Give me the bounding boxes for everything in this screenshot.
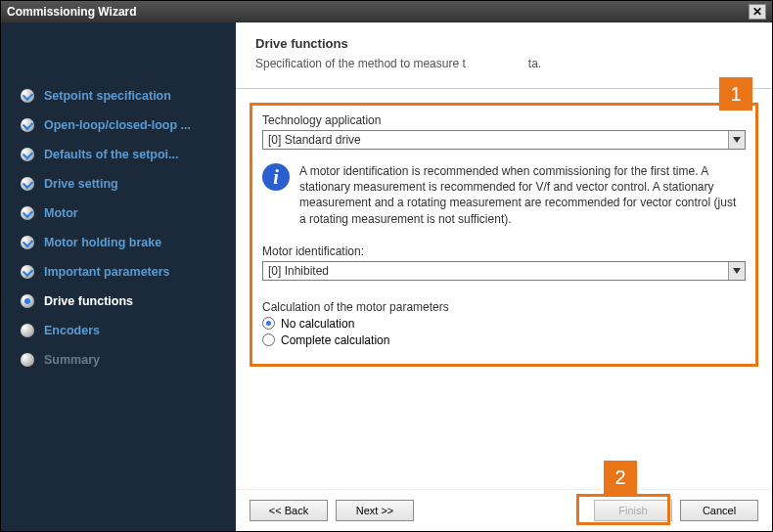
tech-app-value: [0] Standard drive <box>263 133 728 147</box>
content-area: Technology application [0] Standard driv… <box>236 89 772 489</box>
check-icon <box>21 265 34 279</box>
button-bar: << Back Next >> Finish Cancel <box>236 489 772 531</box>
wizard-window: Commissioning Wizard ✕ Setpoint specific… <box>0 0 773 532</box>
tech-app-select[interactable]: [0] Standard drive <box>262 130 746 150</box>
sidebar-item-defaults[interactable]: Defaults of the setpoi... <box>1 140 236 169</box>
sidebar-item-motor[interactable]: Motor <box>1 199 236 228</box>
sidebar-item-brake[interactable]: Motor holding brake <box>1 228 236 257</box>
close-icon: ✕ <box>752 5 762 19</box>
callout-2: 2 <box>604 461 637 494</box>
sidebar-label: Drive setting <box>44 177 118 191</box>
dropdown-button[interactable] <box>728 131 745 149</box>
radio-icon[interactable] <box>262 317 275 330</box>
sidebar-label: Motor <box>44 206 78 220</box>
calc-label: Calculation of the motor parameters <box>262 300 746 314</box>
check-icon <box>21 206 34 220</box>
finish-button: Finish <box>594 500 672 521</box>
check-icon <box>21 236 34 249</box>
chevron-down-icon <box>733 137 741 143</box>
info-text: A motor identification is recommended wh… <box>299 163 746 227</box>
check-icon <box>21 118 34 132</box>
window-title: Commissioning Wizard <box>7 5 137 19</box>
sidebar-item-setpoint[interactable]: Setpoint specification <box>1 81 236 111</box>
sidebar-item-drive-functions[interactable]: Drive functions <box>1 287 236 316</box>
sidebar-item-drive-setting[interactable]: Drive setting <box>1 169 236 199</box>
page-header: Drive functions Specification of the met… <box>236 22 772 89</box>
chevron-down-icon <box>733 268 741 274</box>
sidebar-label: Open-loop/closed-loop ... <box>44 118 191 132</box>
highlight-region: Technology application [0] Standard driv… <box>250 103 758 367</box>
sidebar-label: Drive functions <box>44 294 133 308</box>
radio-complete-calc[interactable]: Complete calculation <box>262 333 746 347</box>
sidebar-label: Important parameters <box>44 265 170 279</box>
radio-label: No calculation <box>281 317 354 331</box>
cancel-button[interactable]: Cancel <box>680 500 758 521</box>
info-row: i A motor identification is recommended … <box>262 163 746 227</box>
check-icon <box>21 89 34 103</box>
check-icon <box>21 148 34 161</box>
tech-app-label: Technology application <box>262 113 746 127</box>
sidebar-item-encoders[interactable]: Encoders <box>1 316 236 345</box>
motor-id-value: [0] Inhibited <box>263 264 728 278</box>
sidebar-item-loop[interactable]: Open-loop/closed-loop ... <box>1 111 236 140</box>
sidebar-item-parameters[interactable]: Important parameters <box>1 257 236 287</box>
motor-id-label: Motor identification: <box>262 244 746 258</box>
dropdown-button[interactable] <box>728 262 745 280</box>
check-icon <box>21 177 34 191</box>
sidebar-label: Encoders <box>44 324 100 337</box>
sidebar-label: Summary <box>44 353 100 367</box>
sidebar-item-summary: Summary <box>1 345 236 375</box>
page-subtitle: Specification of the method to measure t… <box>255 57 752 70</box>
bullet-icon <box>21 353 34 367</box>
callout-1: 1 <box>719 77 752 111</box>
next-button[interactable]: Next >> <box>336 500 414 521</box>
close-button[interactable]: ✕ <box>749 4 766 20</box>
wizard-sidebar: Setpoint specification Open-loop/closed-… <box>1 22 236 531</box>
radio-icon[interactable] <box>262 333 275 346</box>
bullet-icon <box>21 324 34 337</box>
radio-label: Complete calculation <box>281 333 389 347</box>
info-icon: i <box>262 163 290 191</box>
titlebar: Commissioning Wizard ✕ <box>1 1 772 22</box>
current-icon <box>21 294 34 308</box>
main-panel: 1 2 Drive functions Specification of the… <box>236 22 772 531</box>
page-title: Drive functions <box>255 36 752 51</box>
radio-no-calc[interactable]: No calculation <box>262 317 746 331</box>
back-button[interactable]: << Back <box>250 500 328 521</box>
sidebar-label: Setpoint specification <box>44 89 171 103</box>
motor-id-select[interactable]: [0] Inhibited <box>262 261 746 281</box>
sidebar-label: Defaults of the setpoi... <box>44 148 179 161</box>
sidebar-label: Motor holding brake <box>44 236 161 249</box>
